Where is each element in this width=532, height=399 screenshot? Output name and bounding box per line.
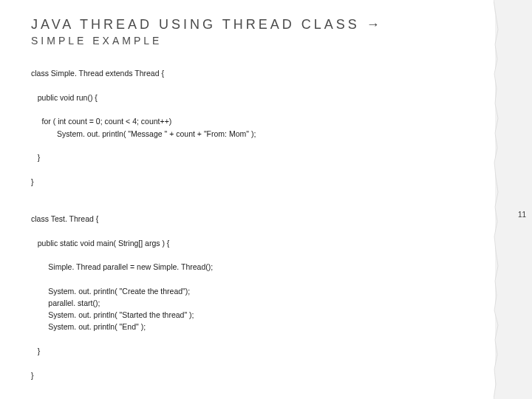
slide-title: JAVA THREAD USING THREAD CLASS → [31, 16, 495, 33]
code-block-2: class Test. Thread { public static void … [31, 213, 495, 381]
page-number: 11 [518, 211, 526, 219]
code-block-1: class Simple. Thread extends Thread { pu… [31, 67, 495, 188]
slide-subtitle: SIMPLE EXAMPLE [31, 35, 495, 47]
slide-page: JAVA THREAD USING THREAD CLASS → SIMPLE … [0, 0, 495, 399]
